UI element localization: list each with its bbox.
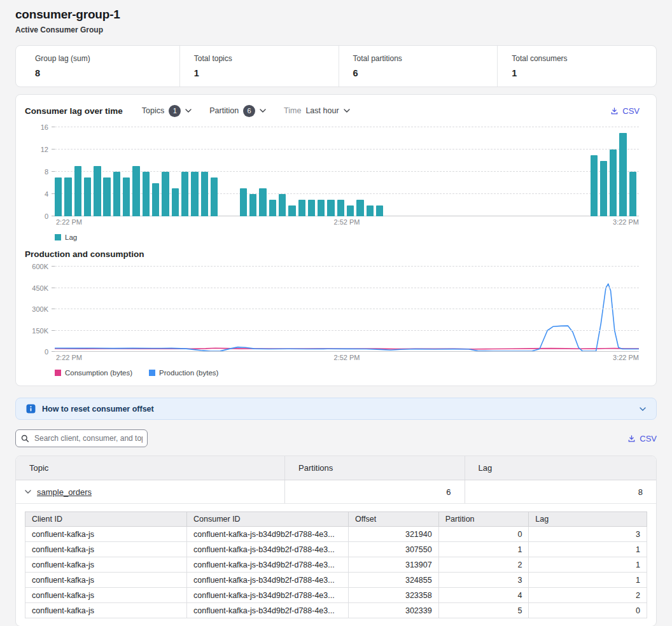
lag-bar [249, 194, 256, 216]
partitions-column-header: Partitions [285, 456, 465, 480]
consumer-cell: confluent-kafka-js-b34d9b2f-d788-4e3... [187, 588, 349, 603]
info-icon [26, 404, 36, 414]
stat-label: Total topics [194, 54, 339, 63]
production-chart-title: Production and consumption [25, 249, 656, 259]
topic-column-header: Topic [16, 456, 285, 480]
chart-csv-download-button[interactable]: CSV [610, 106, 640, 116]
page-title: consumer-group-1 [15, 8, 657, 22]
lag-bar [240, 188, 247, 216]
lag-bar [347, 205, 354, 217]
topic-row-sample-orders[interactable]: sample_orders 6 8 [16, 480, 656, 504]
chevron-down-icon [185, 109, 192, 113]
consumer-cell: 3 [529, 527, 647, 542]
x-tick: 2:52 PM [334, 218, 360, 226]
consumer-cell: confluent-kafka-js [25, 527, 187, 542]
lag-bar [298, 200, 305, 216]
lag-bar [211, 177, 218, 216]
lag-bar [269, 200, 276, 216]
table-csv-download-button[interactable]: CSV [627, 434, 657, 443]
consumer-cell: 1 [529, 573, 647, 588]
y-tick-label: 12 [41, 146, 48, 153]
lag-bar [84, 177, 91, 216]
consumer-row: confluent-kafka-jsconfluent-kafka-js-b34… [25, 527, 647, 542]
consumer-cell: confluent-kafka-js-b34d9b2f-d788-4e3... [187, 557, 349, 573]
chart-filters: Topics 1 Partition 6 Time Last hour [142, 105, 350, 117]
consumer-row: confluent-kafka-jsconfluent-kafka-js-b34… [25, 573, 647, 588]
stat-value: 8 [35, 68, 179, 78]
search-input[interactable] [34, 434, 143, 443]
time-filter-dropdown[interactable]: Time Last hour [284, 106, 349, 115]
lag-bar [191, 172, 198, 216]
consumer-row: confluent-kafka-jsconfluent-kafka-js-b34… [25, 603, 647, 618]
lag-bar [279, 194, 286, 216]
stat-total-consumers: Total consumers 1 [497, 46, 656, 87]
lag-bar [64, 177, 71, 216]
lag-bar [94, 166, 101, 216]
lag-bar [327, 200, 334, 216]
production-swatch [149, 370, 155, 376]
stat-label: Group lag (sum) [35, 54, 179, 63]
lag-bar-chart: 0481216 [55, 127, 639, 216]
lag-chart-title: Consumer lag over time [25, 106, 123, 116]
stat-value: 1 [194, 68, 339, 78]
gridline: 300K [55, 309, 639, 309]
csv-label: CSV [640, 434, 657, 443]
collapse-chevron-icon[interactable] [25, 490, 31, 494]
time-filter-label: Time [284, 106, 301, 115]
gridline: 16 [55, 127, 639, 127]
consumer-cell: confluent-kafka-js [25, 603, 187, 618]
lag-bar [619, 133, 626, 216]
consumer-cell: confluent-kafka-js [25, 542, 187, 557]
production-chart-legend: Consumption (bytes) Production (bytes) [55, 369, 656, 377]
y-tick-label: 8 [45, 168, 48, 176]
y-tick-label: 4 [45, 190, 48, 198]
production-chart-x-axis: 2:22 PM 2:52 PM 3:22 PM [55, 354, 639, 363]
lag-bar [367, 205, 374, 217]
consumer-table-wrap: Client IDConsumer IDOffsetPartitionLagco… [25, 511, 647, 618]
lag-bar [629, 172, 636, 216]
consumer-cell: 4 [438, 588, 529, 603]
lag-bar [600, 161, 607, 217]
consumer-cell: 302339 [349, 603, 439, 618]
time-filter-value: Last hour [305, 106, 339, 115]
lag-bar [376, 205, 383, 217]
topics-count-badge: 1 [169, 105, 181, 117]
chevron-down-icon [344, 109, 350, 113]
search-icon [21, 435, 29, 443]
stat-value: 1 [512, 68, 656, 78]
chart-header: Consumer lag over time Topics 1 Partitio… [16, 103, 656, 118]
topic-link[interactable]: sample_orders [37, 487, 92, 497]
topic-table-header: Topic Partitions Lag [16, 456, 656, 480]
lag-bar [201, 172, 208, 216]
search-box[interactable] [15, 429, 148, 447]
lag-column-header: Lag [465, 456, 656, 480]
chevron-down-icon [260, 109, 266, 113]
consumer-row: confluent-kafka-jsconfluent-kafka-js-b34… [25, 588, 647, 603]
consumer-row: confluent-kafka-jsconfluent-kafka-js-b34… [25, 557, 647, 573]
stat-total-topics: Total topics 1 [179, 46, 339, 87]
production-consumption-chart: 0150K300K450K600K [55, 267, 639, 352]
lag-bar [337, 200, 344, 216]
gridline: 450K [55, 288, 639, 288]
consumer-cell: 1 [529, 557, 647, 573]
lag-chart-legend: Lag [55, 233, 656, 241]
lag-bar [172, 188, 179, 216]
download-icon [627, 435, 636, 443]
consumer-cell: 2 [438, 557, 529, 573]
y-tick-label: 600K [32, 263, 48, 270]
lag-bar [143, 172, 150, 216]
consumer-cell: 321940 [349, 527, 439, 542]
partition-filter-dropdown[interactable]: Partition 6 [209, 105, 266, 117]
consumer-cell: 313907 [349, 557, 439, 573]
lag-bar [162, 172, 169, 216]
reset-offset-banner[interactable]: How to reset consumer offset [15, 398, 657, 420]
lag-bar [113, 172, 120, 216]
y-tick-label: 16 [41, 123, 48, 131]
y-tick-label: 0 [45, 212, 48, 220]
lag-bar [181, 172, 188, 216]
consumer-cell: 324855 [349, 573, 439, 588]
consumer-cell: confluent-kafka-js-b34d9b2f-d788-4e3... [187, 573, 349, 588]
consumer-cell: 323358 [349, 588, 439, 603]
consumer-cell: 1 [438, 542, 529, 557]
topics-filter-dropdown[interactable]: Topics 1 [142, 105, 192, 117]
